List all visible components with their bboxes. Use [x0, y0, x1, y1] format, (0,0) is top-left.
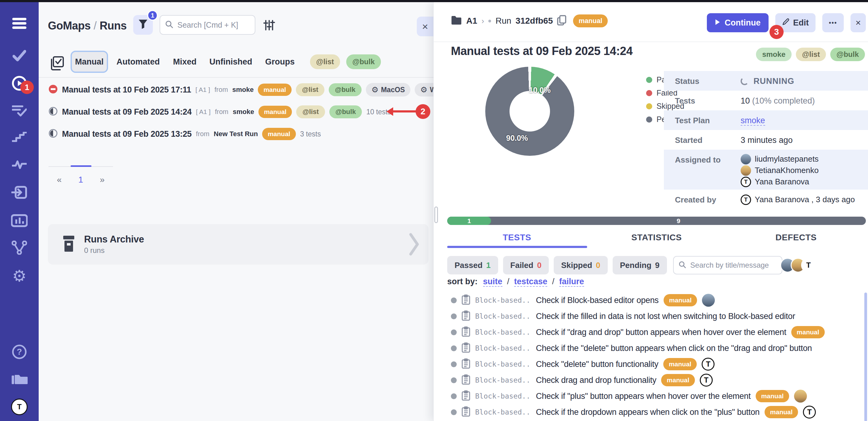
donut-label-passed: 10.0% — [529, 86, 551, 95]
test-row[interactable]: Block-based... Check if the dropdown app… — [434, 404, 868, 420]
sidebar-item-shared-steps[interactable] — [0, 104, 39, 117]
tag-badge-list[interactable]: @list — [796, 48, 826, 61]
search-icon — [165, 20, 173, 29]
run-row-2[interactable]: Manual tests at 09 Feb 2025 14:24 [ A1 ]… — [39, 103, 433, 121]
filter-skipped[interactable]: Skipped0 — [554, 256, 608, 274]
test-title: Check drag and drop functionality — [536, 375, 656, 385]
breadcrumb-chevron: › — [482, 16, 484, 26]
sidebar-item-settings[interactable]: ⚙ — [0, 268, 39, 284]
info-row-status: Status RUNNING — [664, 71, 868, 91]
search-input[interactable] — [177, 20, 250, 30]
tag-badge-smoke[interactable]: smoke — [756, 48, 792, 61]
tag-filter-bulk[interactable]: @bulk — [346, 54, 381, 69]
legend-dot-passed — [646, 77, 652, 83]
started-value: 3 minutes ago — [741, 130, 868, 150]
pagination: « 1 » — [49, 173, 116, 187]
clipboard-icon — [462, 374, 470, 386]
pagination-last[interactable]: » — [91, 175, 113, 185]
test-title: Check if the dropdown appears when click… — [536, 408, 760, 417]
continue-button[interactable]: Continue — [707, 13, 769, 32]
run-row-3[interactable]: Manual tests at 09 Feb 2025 13:25 from N… — [39, 125, 433, 143]
sort-by-failure[interactable]: failure — [559, 277, 584, 287]
tag-badge-bulk: @bulk — [329, 105, 362, 118]
hamburger-icon — [12, 18, 26, 29]
tests-scrollbar-thumb[interactable] — [864, 292, 867, 421]
sidebar-item-documents[interactable] — [0, 371, 39, 386]
run-title: Manual tests at 09 Feb 2025 13:25 — [62, 130, 191, 139]
test-title: Check if "plus" button appears when hove… — [536, 392, 751, 401]
breadcrumb-project[interactable]: GoMaps — [48, 19, 91, 32]
checkmark-icon — [12, 50, 26, 62]
clipboard-icon — [462, 294, 470, 306]
clipboard-icon — [462, 406, 470, 418]
tab-statistics[interactable]: STATISTICS — [587, 233, 726, 243]
filter-pending[interactable]: Pending9 — [613, 256, 667, 274]
tag-filter-list[interactable]: @list — [310, 54, 340, 69]
run-type-tabs: Manual Automated Mixed Unfinished Groups… — [39, 48, 433, 78]
tab-automated[interactable]: Automated — [120, 54, 156, 70]
avatar-yana — [741, 195, 751, 205]
drawer-close-button[interactable]: × — [850, 13, 866, 32]
more-button[interactable]: ••• — [822, 13, 844, 32]
drawer-scrollbar-thumb[interactable] — [434, 206, 438, 223]
assigned-user[interactable]: Yana Baranova — [741, 176, 868, 188]
help-icon: ? — [12, 344, 27, 360]
gear-icon: ⚙ — [420, 85, 427, 94]
clipboard-icon — [462, 358, 470, 370]
run-label: Run — [495, 16, 511, 26]
test-plan-link[interactable]: smoke — [741, 116, 765, 126]
run-row-1[interactable]: Manual tests at 10 Feb 2025 17:11 [ A1 ]… — [39, 81, 433, 99]
assignee-avatar-cluster[interactable] — [784, 258, 816, 273]
view-settings-button[interactable] — [264, 19, 275, 32]
filter-failed[interactable]: Failed0 — [503, 256, 549, 274]
test-row[interactable]: Block-based... Check "delete" button fun… — [434, 356, 868, 372]
test-title: Check if the "delete" button appears whe… — [536, 343, 812, 353]
test-row[interactable]: Block-based... Check if "plus" button ap… — [434, 388, 868, 404]
sidebar-item-dashboard[interactable] — [0, 213, 39, 228]
test-row[interactable]: Block-based... Check drag and drop funct… — [434, 372, 868, 388]
assigned-user[interactable]: liudmylastepanets — [741, 153, 868, 165]
sidebar-item-defects[interactable] — [0, 159, 39, 171]
sidebar-item-milestones[interactable] — [0, 131, 39, 143]
tab-defects[interactable]: DEFECTS — [726, 233, 866, 243]
test-row[interactable]: Block-based... Check if the filled in da… — [434, 308, 868, 324]
gear-icon: ⚙ — [12, 268, 27, 284]
run-type-badge: manual — [573, 15, 608, 27]
annotation-circle-1: 1 — [20, 81, 34, 94]
test-row[interactable]: Block-based... Check if the "delete" but… — [434, 340, 868, 356]
search-icon — [679, 261, 686, 270]
sign-in-icon — [11, 186, 27, 199]
pagination-first[interactable]: « — [49, 175, 70, 185]
tag-badge-bulk[interactable]: @bulk — [830, 48, 865, 61]
sidebar-user-avatar[interactable] — [0, 398, 39, 416]
sidebar-item-requirements[interactable] — [0, 185, 39, 200]
run-title: Manual tests at 09 Feb 2025 14:24 — [62, 107, 191, 117]
tab-unfinished[interactable]: Unfinished — [213, 54, 249, 70]
pagination-page-1[interactable]: 1 — [70, 175, 91, 185]
tests-search-input[interactable] — [690, 260, 777, 270]
tab-mixed[interactable]: Mixed — [174, 54, 196, 70]
panel-close-button[interactable]: × — [417, 17, 433, 36]
sidebar-item-help[interactable]: ? — [0, 344, 39, 360]
assigned-user[interactable]: TetianaKhomenko — [741, 165, 868, 176]
tab-manual[interactable]: Manual — [71, 51, 108, 73]
drawer-breadcrumb-folder[interactable]: A1 — [466, 16, 477, 26]
runs-archive-card[interactable]: Runs Archive 0 runs — [48, 224, 429, 264]
menu-button[interactable] — [0, 16, 39, 31]
test-row[interactable]: Block-based... Check if "drag and drop" … — [434, 324, 868, 340]
copy-icon[interactable] — [557, 15, 566, 27]
sort-by-suite[interactable]: suite — [483, 277, 502, 287]
filter-passed[interactable]: Passed1 — [447, 256, 498, 274]
run-detail-drawer: A1 › Run 312dfb65 manual Continue Edit •… — [433, 2, 868, 421]
select-all-icon[interactable] — [51, 56, 64, 72]
archive-title: Runs Archive — [84, 234, 144, 245]
pagination-active-indicator — [71, 165, 91, 167]
tag-badge-bulk: @bulk — [329, 83, 362, 96]
test-row[interactable]: Block-based... Check if Block-based edit… — [434, 292, 868, 308]
sort-by-testcase[interactable]: testcase — [514, 277, 547, 287]
sidebar-item-traceability[interactable] — [0, 240, 39, 255]
test-title: Check if "drag and drop" button appears … — [536, 328, 786, 337]
tab-tests[interactable]: TESTS — [447, 233, 587, 243]
sidebar-item-test-cases[interactable] — [0, 49, 39, 63]
tab-groups[interactable]: Groups — [267, 54, 293, 70]
